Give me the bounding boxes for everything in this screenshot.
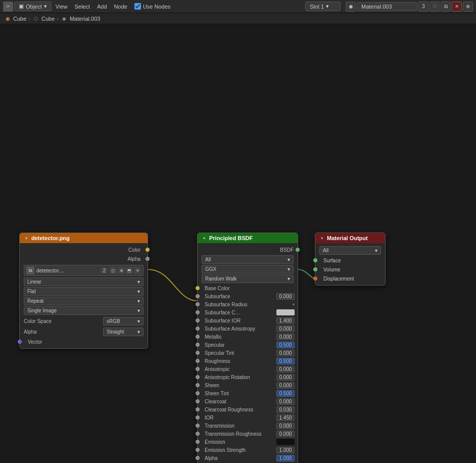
emission-strength-socket[interactable] <box>196 448 200 452</box>
specular-tint-socket[interactable] <box>196 351 200 355</box>
material-count-badge: 3 <box>418 2 429 12</box>
output-all-dropdown[interactable]: All ▾ <box>319 246 381 255</box>
pin-icon[interactable]: ⊕ <box>463 2 473 12</box>
roughness-socket[interactable] <box>196 359 200 363</box>
interpolation-dropdown[interactable]: Linear ▾ <box>24 277 144 286</box>
root-label[interactable]: Cube <box>13 16 26 22</box>
chevron-down-icon: ▾ <box>288 276 290 282</box>
material-output-node: ▾ Material Output All ▾ Surface Volume <box>315 233 386 286</box>
bookmark-icon: ♡ <box>430 2 440 12</box>
surface-input-socket[interactable] <box>313 258 317 262</box>
clearcoat-socket[interactable] <box>196 399 200 403</box>
vector-input-row: Vector <box>20 337 148 346</box>
anisotropic-value: 0.000 <box>276 366 295 373</box>
menu-view[interactable]: View <box>53 3 71 11</box>
random-walk-dropdown[interactable]: Random Walk ▾ <box>202 274 294 283</box>
bsdf-row-15: IOR 1.450 <box>198 413 298 422</box>
base-color-label: Base Color <box>201 286 295 291</box>
collapse-arrow[interactable]: ▾ <box>202 236 207 241</box>
separator-1: › <box>28 16 30 22</box>
subsurface-ior-socket[interactable] <box>196 318 200 322</box>
shader-ball-icon: ◉ <box>346 2 356 12</box>
repeat-dropdown[interactable]: Repeat ▾ <box>24 297 144 305</box>
alpha-dropdown[interactable]: Straight ▾ <box>103 328 144 336</box>
material-label: Material.003 <box>361 4 392 10</box>
alpha-row: Alpha Straight ▾ <box>20 327 148 337</box>
menu-node[interactable]: Node <box>111 3 130 11</box>
vector-input-socket[interactable] <box>18 340 22 344</box>
image-preview-row[interactable]: 🖼 detetector.... 2 ◫ ⊕ ⬒ ✕ <box>24 265 144 276</box>
menu-select[interactable]: Select <box>71 3 93 11</box>
bsdf-row-18: Emission <box>198 438 298 446</box>
chevron-down-icon: ▾ <box>326 3 329 10</box>
color-space-dropdown[interactable]: sRGB ▾ <box>103 317 144 326</box>
specular-tint-value: 0.000 <box>276 350 295 356</box>
surface-input-row: Surface <box>315 256 385 265</box>
displacement-input-socket[interactable] <box>313 276 317 281</box>
use-nodes-checkbox[interactable]: Use Nodes <box>131 2 173 11</box>
anisotropic-socket[interactable] <box>196 367 200 371</box>
anisotropic-rot-socket[interactable] <box>196 375 200 379</box>
sheen-tint-socket[interactable] <box>196 391 200 395</box>
collapse-arrow[interactable]: ▾ <box>319 236 324 241</box>
delete-material-icon[interactable]: ✕ <box>452 2 462 12</box>
subsurface-radius-socket[interactable] <box>196 302 200 306</box>
volume-input-socket[interactable] <box>313 267 317 271</box>
transmission-value: 0.000 <box>276 423 295 429</box>
alpha-socket[interactable] <box>196 456 200 460</box>
clearcoat-rough-label: Clearcoat Roughness <box>201 407 275 412</box>
subsurface-aniso-socket[interactable] <box>196 327 200 331</box>
sheen-value: 0.000 <box>276 382 295 389</box>
menu-add[interactable]: Add <box>94 3 110 11</box>
alpha-output-socket[interactable] <box>146 257 150 261</box>
ggx-dropdown[interactable]: GGX ▾ <box>202 265 294 273</box>
ior-socket[interactable] <box>196 415 200 420</box>
new-material-icon[interactable]: ⧉ <box>441 2 451 12</box>
bsdf-output-socket[interactable] <box>296 248 300 252</box>
subsurface-color-socket[interactable] <box>196 310 200 314</box>
node-canvas[interactable]: ▾ detetector.png Color Alpha 🖼 detetecto… <box>0 25 476 463</box>
chevron-down-icon: ▾ <box>137 279 140 285</box>
specular-tint-label: Specular Tint <box>201 350 275 356</box>
image-icon-1[interactable]: ◫ <box>110 267 117 274</box>
image-icon-2[interactable]: ⊕ <box>118 267 125 274</box>
image-icon-close[interactable]: ✕ <box>134 267 141 274</box>
blender-icon: ⟳ <box>3 2 13 12</box>
mode-dropdown[interactable]: ▣ Object ▾ <box>14 2 52 11</box>
chevron-down-icon: ▾ <box>137 298 140 304</box>
clearcoat-label: Clearcoat <box>201 399 275 404</box>
sheen-socket[interactable] <box>196 383 200 387</box>
transmission-rough-socket[interactable] <box>196 432 200 436</box>
mode-icon: ▣ <box>19 3 24 10</box>
image-texture-header[interactable]: ▾ detetector.png <box>20 233 148 243</box>
all-label: All <box>205 257 211 262</box>
emission-socket[interactable] <box>196 440 200 444</box>
bsdf-output-row: BSDF <box>198 245 298 254</box>
output-header[interactable]: ▾ Material Output <box>315 233 385 243</box>
base-color-socket[interactable] <box>196 286 200 290</box>
transmission-rough-label: Transmission Roughness <box>201 431 275 437</box>
clearcoat-rough-socket[interactable] <box>196 407 200 411</box>
metallic-socket[interactable] <box>196 335 200 339</box>
slot-dropdown[interactable]: Slot 1 ▾ <box>305 2 341 11</box>
clearcoat-rough-value: 0.030 <box>276 406 295 413</box>
projection-dropdown[interactable]: Flat ▾ <box>24 287 144 296</box>
all-dropdown[interactable]: All ▾ <box>202 255 294 264</box>
ggx-dropdown-row: GGX ▾ <box>202 265 294 273</box>
output-color-label: Color <box>24 247 144 253</box>
mesh-label[interactable]: Cube <box>41 16 55 22</box>
specular-socket[interactable] <box>196 343 200 347</box>
sheen-label: Sheen <box>201 383 275 388</box>
bsdf-header[interactable]: ▾ Principled BSDF <box>198 233 298 243</box>
source-dropdown[interactable]: Single Image ▾ <box>24 306 144 315</box>
chevron-down-icon: ▾ <box>288 266 290 272</box>
transmission-socket[interactable] <box>196 424 200 428</box>
material-label[interactable]: Material.003 <box>70 16 101 22</box>
subsurface-socket[interactable] <box>196 294 200 298</box>
roughness-label: Roughness <box>201 358 275 364</box>
collapse-arrow[interactable]: ▾ <box>24 236 29 241</box>
bsdf-row-14: Clearcoat Roughness 0.030 <box>198 405 298 413</box>
material-dropdown[interactable]: Material.003 <box>357 2 417 11</box>
image-icon-3[interactable]: ⬒ <box>126 267 133 274</box>
color-output-socket[interactable] <box>146 248 150 252</box>
